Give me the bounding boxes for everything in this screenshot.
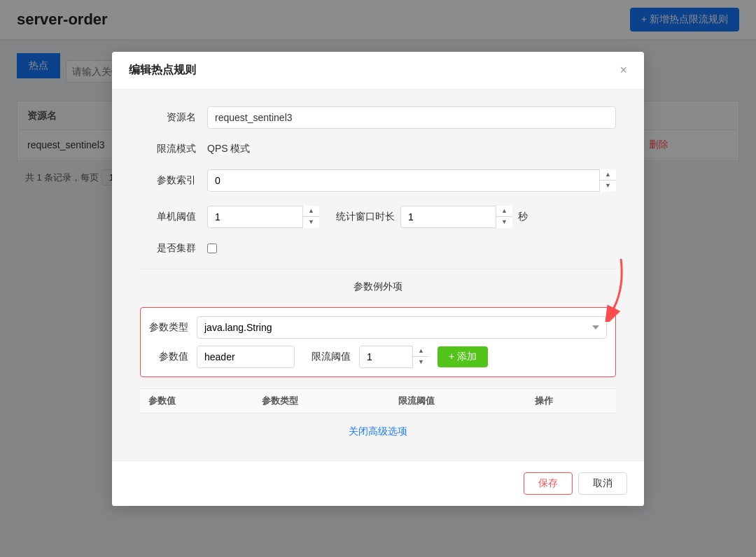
threshold-spinner: ▲ ▼ [207,206,319,228]
param-index-spinner: ▲ ▼ [207,169,616,192]
window-unit: 秒 [518,211,528,223]
exception-table: 参数值 参数类型 限流阈值 操作 [140,388,616,414]
param-type-label: 参数类型 [149,321,188,334]
flow-threshold-label: 限流阈值 [312,351,351,363]
threshold-spinner-btns: ▲ ▼ [302,206,319,228]
modal-header: 编辑热点规则 × [112,52,644,90]
modal-title: 编辑热点规则 [129,63,196,78]
param-type-row: 参数类型 java.lang.String java.lang.Integer … [149,316,607,339]
flow-mode-row: 限流模式 QPS 模式 [140,143,616,155]
cluster-row: 是否集群 [140,242,616,255]
param-value-label: 参数值 [149,351,188,363]
cluster-label: 是否集群 [140,242,196,255]
modal-overlay: 编辑热点规则 × 资源名 限流模式 QPS 模式 参数索引 ▲ [0,0,756,557]
close-advanced: 关闭高级选项 [140,414,616,444]
exception-threshold-spinner: ▲ ▼ [359,346,429,368]
window-down[interactable]: ▼ [496,217,512,228]
param-type-select[interactable]: java.lang.String java.lang.Integer java.… [197,316,607,339]
param-index-row: 参数索引 ▲ ▼ [140,169,616,192]
window-up[interactable]: ▲ [496,206,512,218]
param-index-up[interactable]: ▲ [600,169,616,181]
exception-threshold-up[interactable]: ▲ [413,346,429,358]
window-spinner-btns: ▲ ▼ [496,206,512,228]
param-index-down[interactable]: ▼ [600,181,616,192]
window-spinner: ▲ ▼ [400,206,512,228]
param-value-input[interactable] [197,346,295,368]
section-divider [140,269,616,269]
exc-col-param-type: 参数类型 [253,388,390,413]
exc-col-actions: 操作 [526,388,616,413]
threshold-row: 单机阈值 ▲ ▼ 统计窗口时长 ▲ ▼ [140,206,616,228]
exception-threshold-btns: ▲ ▼ [412,346,429,368]
exception-threshold-down[interactable]: ▼ [413,357,429,368]
modal-close-button[interactable]: × [620,64,627,76]
exc-col-param-value: 参数值 [140,388,253,413]
threshold-up[interactable]: ▲ [303,206,319,218]
add-exception-button[interactable]: + 添加 [438,346,488,367]
exception-section-title: 参数例外项 [140,281,616,293]
save-button[interactable]: 保存 [524,472,573,495]
threshold-label: 单机阈值 [140,211,196,223]
param-value-row: 参数值 限流阈值 ▲ ▼ + 添加 [149,346,607,368]
cancel-button[interactable]: 取消 [578,472,627,495]
param-index-label: 参数索引 [140,174,196,187]
flow-mode-label: 限流模式 [140,143,196,155]
param-exception-box: 参数类型 java.lang.String java.lang.Integer … [140,307,616,377]
edit-modal: 编辑热点规则 × 资源名 限流模式 QPS 模式 参数索引 ▲ [112,52,644,506]
flow-mode-value: QPS 模式 [207,143,250,155]
modal-footer: 保存 取消 [112,460,644,506]
exc-col-threshold: 限流阈值 [390,388,526,413]
param-index-spinner-btns: ▲ ▼ [599,169,616,192]
threshold-down[interactable]: ▼ [303,217,319,228]
resource-input[interactable] [207,106,616,129]
resource-label: 资源名 [140,111,196,124]
window-label: 统计窗口时长 [336,211,395,223]
modal-body: 资源名 限流模式 QPS 模式 参数索引 ▲ ▼ [112,90,644,460]
window-group: 统计窗口时长 ▲ ▼ 秒 [336,206,528,228]
resource-row: 资源名 [140,106,616,129]
cluster-checkbox[interactable] [207,244,217,253]
param-index-input[interactable] [207,169,616,192]
close-advanced-link[interactable]: 关闭高级选项 [349,425,407,437]
